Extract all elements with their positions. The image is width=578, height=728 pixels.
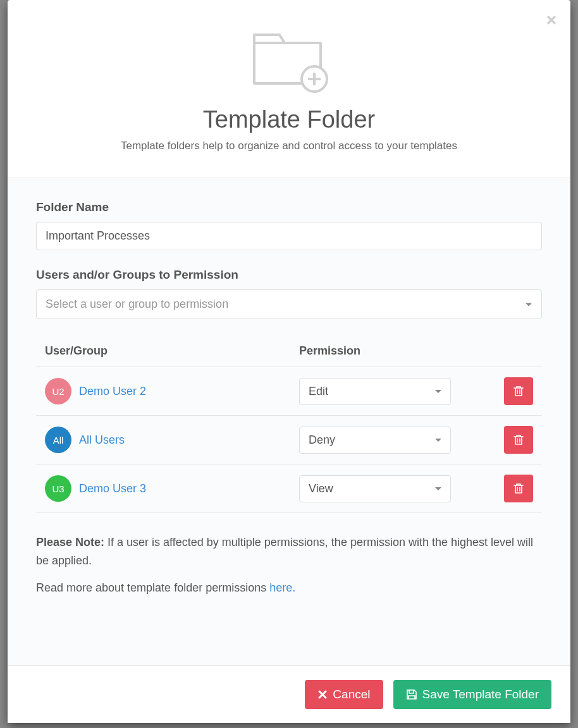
permission-dropdown[interactable]: Deny	[299, 427, 451, 454]
table-header: User/Group Permission	[36, 344, 542, 367]
user-link[interactable]: Demo User 3	[79, 482, 146, 495]
read-more-prefix: Read more about template folder permissi…	[36, 581, 269, 594]
permission-select-label: Users and/or Groups to Permission	[36, 268, 542, 282]
chevron-down-icon	[435, 439, 441, 442]
avatar: U2	[45, 378, 71, 404]
note-label: Please Note:	[36, 536, 104, 549]
user-link[interactable]: Demo User 2	[79, 385, 146, 398]
folder-name-input[interactable]	[36, 222, 542, 250]
save-label: Save Template Folder	[422, 688, 539, 701]
permission-dropdown[interactable]: View	[299, 475, 451, 502]
permission-select[interactable]: Select a user or group to permission	[36, 289, 542, 319]
modal-header: × Template Folder Template folders help …	[8, 0, 570, 178]
user-link[interactable]: All Users	[79, 434, 125, 447]
modal-subtitle: Template folders help to organize and co…	[33, 140, 545, 152]
delete-button[interactable]	[504, 377, 533, 405]
save-button[interactable]: Save Template Folder	[393, 680, 551, 709]
folder-name-label: Folder Name	[36, 200, 542, 214]
folder-plus-icon	[33, 25, 545, 95]
modal-body: Folder Name Users and/or Groups to Permi…	[8, 178, 570, 665]
modal-title: Template Folder	[33, 106, 545, 133]
permission-value: Edit	[309, 385, 328, 398]
x-icon	[317, 689, 328, 700]
delete-button[interactable]	[504, 475, 533, 502]
header-user-group: User/Group	[45, 344, 299, 358]
save-icon	[406, 689, 417, 700]
template-folder-modal: × Template Folder Template folders help …	[8, 0, 570, 723]
header-permission: Permission	[299, 344, 495, 358]
table-row: All All Users Deny	[36, 416, 542, 464]
close-button[interactable]: ×	[546, 11, 556, 29]
delete-button[interactable]	[504, 426, 533, 454]
permission-value: Deny	[309, 434, 335, 447]
read-more-link[interactable]: here.	[269, 581, 295, 594]
permissions-table: User/Group Permission U2 Demo User 2 Edi…	[36, 344, 542, 513]
cancel-button[interactable]: Cancel	[305, 680, 383, 709]
modal-footer: Cancel Save Template Folder	[8, 665, 570, 723]
permission-value: View	[309, 482, 333, 495]
avatar: All	[45, 427, 71, 453]
chevron-down-icon	[435, 487, 441, 490]
permission-dropdown[interactable]: Edit	[299, 378, 451, 405]
note-block: Please Note: If a user is affected by mu…	[36, 533, 542, 597]
trash-icon	[513, 385, 524, 397]
cancel-label: Cancel	[333, 688, 370, 701]
permission-select-placeholder: Select a user or group to permission	[46, 298, 228, 310]
table-row: U3 Demo User 3 View	[36, 464, 542, 513]
chevron-down-icon	[435, 390, 441, 393]
trash-icon	[513, 434, 524, 446]
trash-icon	[513, 483, 524, 494]
avatar: U3	[45, 475, 71, 502]
note-text: If a user is affected by multiple permis…	[36, 536, 533, 567]
table-row: U2 Demo User 2 Edit	[36, 367, 542, 416]
close-icon: ×	[546, 10, 556, 30]
